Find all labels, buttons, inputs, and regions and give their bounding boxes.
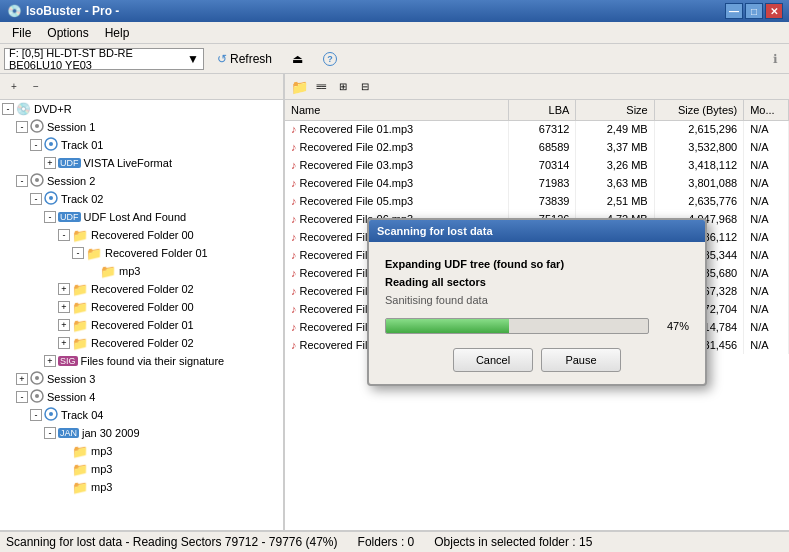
col-header-name[interactable]: Name [285,100,509,120]
tree-node-mp3d[interactable]: 📁mp3 [0,478,283,496]
menu-options[interactable]: Options [39,24,96,42]
view-detail-icon[interactable]: ⊟ [355,77,375,97]
tree-icon-vista: UDF [58,158,81,168]
help-button[interactable]: ? [316,48,344,70]
tree-node-track02[interactable]: -Track 02 [0,190,283,208]
table-row[interactable]: ♪Recovered File 05.mp3738392,51 MB2,635,… [285,192,789,210]
drive-label: F: [0,5] HL-DT-ST BD-RE BE06LU10 YE03 [9,47,187,71]
tree-node-udf_lost[interactable]: -UDFUDF Lost And Found [0,208,283,226]
tree-expand-btn[interactable]: + [4,77,24,97]
dialog-step2: Reading all sectors [385,276,689,288]
tree-expand-rec_folder00a[interactable]: - [58,229,70,241]
tree-node-rec_folder01b[interactable]: +📁Recovered Folder 01 [0,316,283,334]
view-folder-icon[interactable]: 📁 [289,77,309,97]
tree-node-rec_folder00b[interactable]: +📁Recovered Folder 00 [0,298,283,316]
tree-expand-track02[interactable]: - [30,193,42,205]
help-icon: ? [323,52,337,66]
close-button[interactable]: ✕ [765,3,783,19]
tree-icon-mp3c: 📁 [72,462,88,477]
tree-node-rec_folder02a[interactable]: +📁Recovered Folder 02 [0,280,283,298]
file-mo-1: N/A [744,138,789,156]
tree-expand-track01[interactable]: - [30,139,42,151]
eject-button[interactable]: ⏏ [285,48,310,70]
scanning-dialog: Scanning for lost data Expanding UDF tre… [367,218,707,386]
tree-icon-jan30: JAN [58,428,79,438]
table-row[interactable]: ♪Recovered File 02.mp3685893,37 MB3,532,… [285,138,789,156]
tree-node-mp3c[interactable]: 📁mp3 [0,460,283,478]
tree-node-session3[interactable]: +Session 3 [0,370,283,388]
tree-node-mp3b[interactable]: 📁mp3 [0,442,283,460]
tree-expand-session3[interactable]: + [16,373,28,385]
tree-expand-rec_folder02a[interactable]: + [58,283,70,295]
tree-node-vista[interactable]: +UDFVISTA LiveFormat [0,154,283,172]
tree-label-mp3a: mp3 [119,265,140,277]
drive-selector[interactable]: F: [0,5] HL-DT-ST BD-RE BE06LU10 YE03 ▼ [4,48,204,70]
col-header-lba[interactable]: LBA [509,100,576,120]
tree-expand-rec_folder00b[interactable]: + [58,301,70,313]
table-row[interactable]: ♪Recovered File 01.mp3673122,49 MB2,615,… [285,120,789,138]
refresh-icon: ↺ [217,52,227,66]
tree-expand-rec_folder01a[interactable]: - [72,247,84,259]
tree-node-sig_files[interactable]: +SIGFiles found via their signature [0,352,283,370]
pause-button[interactable]: Pause [541,348,621,372]
drive-dropdown-arrow[interactable]: ▼ [187,52,199,66]
maximize-button[interactable]: □ [745,3,763,19]
col-header-bytes[interactable]: Size (Bytes) [654,100,744,120]
tree-expand-session2[interactable]: - [16,175,28,187]
tree-expand-rec_folder02b[interactable]: + [58,337,70,349]
tree-expand-rec_folder01b[interactable]: + [58,319,70,331]
info-button[interactable]: ℹ [766,48,785,70]
tree-node-rec_folder01a[interactable]: -📁Recovered Folder 01 [0,244,283,262]
tree-node-session4[interactable]: -Session 4 [0,388,283,406]
file-bytes-1: 3,532,800 [654,138,744,156]
tree-label-rec_folder01b: Recovered Folder 01 [91,319,194,331]
tree-icon-rec_folder01a: 📁 [86,246,102,261]
tree-node-mp3a[interactable]: 📁mp3 [0,262,283,280]
tree-node-jan30[interactable]: -JANjan 30 2009 [0,424,283,442]
tree-node-dvd[interactable]: -💿DVD+R [0,100,283,118]
tree-expand-session1[interactable]: - [16,121,28,133]
view-grid-icon[interactable]: ⊞ [333,77,353,97]
tree-icon-rec_folder01b: 📁 [72,318,88,333]
tree-toolbar: + − [0,74,283,100]
file-bytes-0: 2,615,296 [654,120,744,138]
file-size-0: 2,49 MB [576,120,654,138]
file-mo-0: N/A [744,120,789,138]
tree-node-rec_folder02b[interactable]: +📁Recovered Folder 02 [0,334,283,352]
tree-label-session3: Session 3 [47,373,95,385]
tree-node-track01[interactable]: -Track 01 [0,136,283,154]
tree-icon-dvd: 💿 [16,102,31,116]
tree-icon-session2 [30,173,44,190]
col-header-mo[interactable]: Mo... [744,100,789,120]
tree-node-track04[interactable]: -Track 04 [0,406,283,424]
tree-node-session1[interactable]: -Session 1 [0,118,283,136]
tree-node-rec_folder00a[interactable]: -📁Recovered Folder 00 [0,226,283,244]
file-mo-2: N/A [744,156,789,174]
view-list-icon[interactable]: ≡≡ [311,77,331,97]
col-header-size[interactable]: Size [576,100,654,120]
tree-expand-sig_files[interactable]: + [44,355,56,367]
file-mo-12: N/A [744,336,789,354]
tree-expand-dvd[interactable]: - [2,103,14,115]
progress-bar-background [385,318,649,334]
menu-help[interactable]: Help [97,24,138,42]
tree-collapse-btn[interactable]: − [26,77,46,97]
tree-expand-jan30[interactable]: - [44,427,56,439]
table-row[interactable]: ♪Recovered File 04.mp3719833,63 MB3,801,… [285,174,789,192]
tree-expand-session4[interactable]: - [16,391,28,403]
minimize-button[interactable]: — [725,3,743,19]
tree-expand-udf_lost[interactable]: - [44,211,56,223]
tree-node-session2[interactable]: -Session 2 [0,172,283,190]
cancel-button[interactable]: Cancel [453,348,533,372]
tree-expand-track04[interactable]: - [30,409,42,421]
tree-expand-vista[interactable]: + [44,157,56,169]
file-name-1: ♪Recovered File 02.mp3 [285,138,509,156]
tree-label-rec_folder00b: Recovered Folder 00 [91,301,194,313]
refresh-button[interactable]: ↺ Refresh [210,48,279,70]
tree-label-mp3d: mp3 [91,481,112,493]
table-row[interactable]: ♪Recovered File 03.mp3703143,26 MB3,418,… [285,156,789,174]
file-mo-9: N/A [744,282,789,300]
menu-file[interactable]: File [4,24,39,42]
progress-container: 47% [385,318,689,334]
file-bytes-3: 3,801,088 [654,174,744,192]
